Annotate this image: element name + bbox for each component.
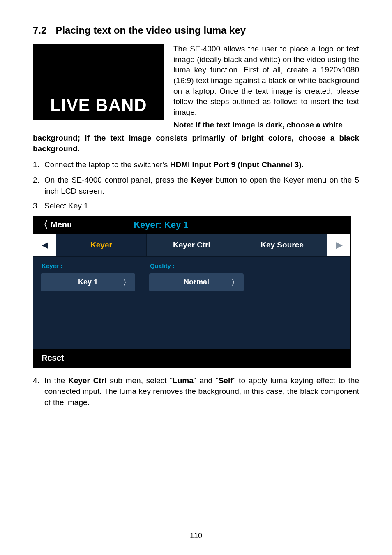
example-image-text: LIVE BAND bbox=[50, 95, 147, 115]
chevron-left-icon: 〈 bbox=[39, 220, 48, 229]
menu-back-label: Menu bbox=[51, 220, 72, 229]
menu-body: Keyer : Key 1 〉 Quality : Normal 〉 bbox=[33, 257, 350, 349]
step-3: 3. Select Key 1. bbox=[33, 201, 359, 212]
page-number: 110 bbox=[33, 532, 359, 540]
note-line-2: background; if the text image consists p… bbox=[33, 133, 359, 154]
section-number: 7.2 bbox=[33, 25, 46, 36]
menu-back-button[interactable]: 〈 Menu bbox=[39, 220, 72, 229]
step-number: 2. bbox=[33, 175, 44, 197]
triangle-right-icon: ▶ bbox=[336, 240, 343, 250]
reset-row: Reset bbox=[33, 349, 350, 368]
tab-next-button[interactable]: ▶ bbox=[327, 234, 350, 256]
triangle-left-icon: ▶ bbox=[42, 240, 48, 250]
step-number: 3. bbox=[33, 201, 44, 212]
section-title-text: Placing text on the video using luma key bbox=[55, 25, 246, 36]
field-quality: Quality : Normal 〉 bbox=[149, 262, 244, 291]
step-4: 4. In the Keyer Ctrl sub men, select "Lu… bbox=[33, 375, 359, 408]
quality-select[interactable]: Normal 〉 bbox=[149, 273, 244, 291]
intro-paragraph: The SE-4000 allows the user to place a l… bbox=[173, 44, 359, 117]
note-line-1: Note: If the text image is dark, choose … bbox=[173, 120, 359, 130]
section-heading: 7.2Placing text on the video using luma … bbox=[33, 25, 359, 36]
step-number: 1. bbox=[33, 160, 44, 171]
tab-key-source[interactable]: Key Source bbox=[237, 234, 327, 256]
field-keyer: Keyer : Key 1 〉 bbox=[41, 262, 135, 291]
tab-keyer[interactable]: Keyer bbox=[56, 234, 147, 256]
tab-row: ▶ Keyer Keyer Ctrl Key Source ▶ bbox=[33, 234, 350, 257]
reset-button[interactable]: Reset bbox=[42, 353, 64, 362]
tab-prev-button[interactable]: ▶ bbox=[33, 234, 56, 256]
tab-keyer-ctrl[interactable]: Keyer Ctrl bbox=[147, 234, 237, 256]
field-label: Quality : bbox=[149, 262, 244, 269]
field-label: Keyer : bbox=[41, 262, 135, 269]
menu-title: Keyer: Key 1 bbox=[134, 220, 188, 230]
menu-header: 〈 Menu Keyer: Key 1 bbox=[33, 216, 350, 234]
chevron-right-icon: 〉 bbox=[123, 278, 130, 287]
keyer-select[interactable]: Key 1 〉 bbox=[41, 273, 135, 291]
step-1: 1. Connect the laptop to the switcher's … bbox=[33, 160, 359, 171]
step-number: 4. bbox=[33, 375, 44, 408]
chevron-right-icon: 〉 bbox=[231, 278, 239, 287]
keyer-menu-screenshot: 〈 Menu Keyer: Key 1 ▶ Keyer Keyer Ctrl K… bbox=[33, 216, 351, 368]
example-image: LIVE BAND bbox=[33, 44, 164, 120]
step-2: 2. On the SE-4000 control panel, press t… bbox=[33, 175, 359, 197]
